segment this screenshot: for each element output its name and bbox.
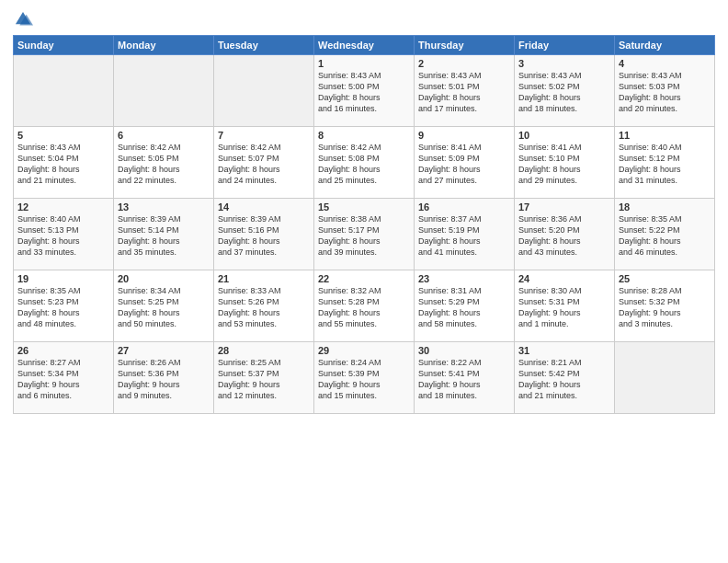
day-info: Sunrise: 8:32 AM Sunset: 5:28 PM Dayligh… (318, 285, 410, 330)
day-number: 12 (17, 201, 109, 213)
day-number: 18 (619, 201, 711, 213)
day-number: 10 (518, 130, 610, 141)
day-number: 3 (518, 58, 610, 69)
week-row-1: 1Sunrise: 8:43 AM Sunset: 5:00 PM Daylig… (14, 55, 715, 127)
day-info: Sunrise: 8:34 AM Sunset: 5:25 PM Dayligh… (118, 285, 210, 330)
calendar-cell: 12Sunrise: 8:40 AM Sunset: 5:13 PM Dayli… (14, 199, 114, 270)
calendar-cell: 15Sunrise: 8:38 AM Sunset: 5:17 PM Dayli… (314, 199, 415, 270)
day-number: 22 (318, 273, 410, 284)
calendar-cell: 1Sunrise: 8:43 AM Sunset: 5:00 PM Daylig… (314, 55, 415, 127)
logo-icon (13, 9, 33, 29)
day-info: Sunrise: 8:40 AM Sunset: 5:13 PM Dayligh… (17, 213, 109, 259)
day-number: 5 (17, 130, 109, 141)
day-number: 28 (218, 345, 310, 356)
calendar-cell: 25Sunrise: 8:28 AM Sunset: 5:32 PM Dayli… (615, 270, 715, 342)
week-row-3: 12Sunrise: 8:40 AM Sunset: 5:13 PM Dayli… (14, 199, 715, 270)
day-number: 25 (619, 273, 711, 284)
day-info: Sunrise: 8:25 AM Sunset: 5:37 PM Dayligh… (218, 357, 310, 402)
calendar-cell: 5Sunrise: 8:43 AM Sunset: 5:04 PM Daylig… (14, 127, 114, 199)
day-info: Sunrise: 8:36 AM Sunset: 5:20 PM Dayligh… (518, 213, 610, 259)
day-info: Sunrise: 8:26 AM Sunset: 5:36 PM Dayligh… (118, 357, 210, 402)
day-info: Sunrise: 8:22 AM Sunset: 5:41 PM Dayligh… (418, 357, 510, 402)
day-number: 7 (218, 130, 310, 141)
day-info: Sunrise: 8:21 AM Sunset: 5:42 PM Dayligh… (518, 357, 610, 402)
day-number: 29 (318, 345, 410, 356)
calendar-cell: 20Sunrise: 8:34 AM Sunset: 5:25 PM Dayli… (114, 270, 214, 342)
calendar-cell: 29Sunrise: 8:24 AM Sunset: 5:39 PM Dayli… (314, 342, 415, 414)
calendar-cell: 13Sunrise: 8:39 AM Sunset: 5:14 PM Dayli… (114, 199, 214, 270)
calendar-cell: 21Sunrise: 8:33 AM Sunset: 5:26 PM Dayli… (214, 270, 314, 342)
calendar-cell: 6Sunrise: 8:42 AM Sunset: 5:05 PM Daylig… (114, 127, 214, 199)
day-info: Sunrise: 8:41 AM Sunset: 5:09 PM Dayligh… (418, 142, 510, 187)
calendar-cell: 14Sunrise: 8:39 AM Sunset: 5:16 PM Dayli… (214, 199, 314, 270)
weekday-header-saturday: Saturday (615, 36, 715, 55)
week-row-4: 19Sunrise: 8:35 AM Sunset: 5:23 PM Dayli… (14, 270, 715, 342)
calendar-cell: 7Sunrise: 8:42 AM Sunset: 5:07 PM Daylig… (214, 127, 314, 199)
calendar-cell: 8Sunrise: 8:42 AM Sunset: 5:08 PM Daylig… (314, 127, 415, 199)
day-info: Sunrise: 8:43 AM Sunset: 5:01 PM Dayligh… (418, 70, 510, 115)
day-number: 24 (518, 273, 610, 284)
day-info: Sunrise: 8:24 AM Sunset: 5:39 PM Dayligh… (318, 357, 410, 402)
weekday-header-wednesday: Wednesday (314, 36, 415, 55)
calendar-cell: 23Sunrise: 8:31 AM Sunset: 5:29 PM Dayli… (415, 270, 515, 342)
day-number: 4 (619, 58, 711, 69)
calendar-cell: 10Sunrise: 8:41 AM Sunset: 5:10 PM Dayli… (515, 127, 615, 199)
logo (13, 9, 37, 29)
day-number: 26 (17, 345, 109, 356)
day-info: Sunrise: 8:42 AM Sunset: 5:08 PM Dayligh… (318, 142, 410, 187)
calendar-cell: 16Sunrise: 8:37 AM Sunset: 5:19 PM Dayli… (415, 199, 515, 270)
day-number: 30 (418, 345, 510, 356)
calendar-cell: 24Sunrise: 8:30 AM Sunset: 5:31 PM Dayli… (515, 270, 615, 342)
day-info: Sunrise: 8:35 AM Sunset: 5:23 PM Dayligh… (17, 285, 109, 330)
day-number: 21 (218, 273, 310, 284)
day-info: Sunrise: 8:42 AM Sunset: 5:07 PM Dayligh… (218, 142, 310, 187)
week-row-2: 5Sunrise: 8:43 AM Sunset: 5:04 PM Daylig… (14, 127, 715, 199)
day-number: 14 (218, 201, 310, 213)
day-number: 11 (619, 130, 711, 141)
weekday-header-monday: Monday (114, 36, 214, 55)
weekday-header-sunday: Sunday (14, 36, 114, 55)
day-info: Sunrise: 8:41 AM Sunset: 5:10 PM Dayligh… (518, 142, 610, 187)
day-number: 23 (418, 273, 510, 284)
day-info: Sunrise: 8:38 AM Sunset: 5:17 PM Dayligh… (318, 213, 410, 259)
day-number: 6 (118, 130, 210, 141)
week-row-5: 26Sunrise: 8:27 AM Sunset: 5:34 PM Dayli… (14, 342, 715, 414)
calendar-cell: 26Sunrise: 8:27 AM Sunset: 5:34 PM Dayli… (14, 342, 114, 414)
calendar-cell: 31Sunrise: 8:21 AM Sunset: 5:42 PM Dayli… (515, 342, 615, 414)
day-number: 17 (518, 201, 610, 213)
calendar-cell (615, 342, 715, 414)
weekday-header-tuesday: Tuesday (214, 36, 314, 55)
calendar-cell (114, 55, 214, 127)
calendar-cell: 3Sunrise: 8:43 AM Sunset: 5:02 PM Daylig… (515, 55, 615, 127)
calendar-container: SundayMondayTuesdayWednesdayThursdayFrid… (0, 0, 728, 563)
weekday-header-thursday: Thursday (415, 36, 515, 55)
day-number: 19 (17, 273, 109, 284)
day-info: Sunrise: 8:43 AM Sunset: 5:02 PM Dayligh… (518, 70, 610, 115)
day-number: 31 (518, 345, 610, 356)
calendar-cell (14, 55, 114, 127)
day-number: 1 (318, 58, 410, 69)
calendar-cell: 4Sunrise: 8:43 AM Sunset: 5:03 PM Daylig… (615, 55, 715, 127)
day-info: Sunrise: 8:37 AM Sunset: 5:19 PM Dayligh… (418, 213, 510, 259)
day-number: 27 (118, 345, 210, 356)
calendar-cell: 19Sunrise: 8:35 AM Sunset: 5:23 PM Dayli… (14, 270, 114, 342)
day-number: 20 (118, 273, 210, 284)
calendar-cell: 11Sunrise: 8:40 AM Sunset: 5:12 PM Dayli… (615, 127, 715, 199)
day-info: Sunrise: 8:33 AM Sunset: 5:26 PM Dayligh… (218, 285, 310, 330)
day-number: 2 (418, 58, 510, 69)
day-info: Sunrise: 8:43 AM Sunset: 5:04 PM Dayligh… (17, 142, 109, 187)
calendar-cell: 30Sunrise: 8:22 AM Sunset: 5:41 PM Dayli… (415, 342, 515, 414)
day-number: 16 (418, 201, 510, 213)
day-info: Sunrise: 8:42 AM Sunset: 5:05 PM Dayligh… (118, 142, 210, 187)
calendar-cell: 27Sunrise: 8:26 AM Sunset: 5:36 PM Dayli… (114, 342, 214, 414)
day-info: Sunrise: 8:43 AM Sunset: 5:00 PM Dayligh… (318, 70, 410, 115)
calendar-cell: 22Sunrise: 8:32 AM Sunset: 5:28 PM Dayli… (314, 270, 415, 342)
weekday-header-row: SundayMondayTuesdayWednesdayThursdayFrid… (14, 36, 715, 55)
day-info: Sunrise: 8:40 AM Sunset: 5:12 PM Dayligh… (619, 142, 711, 187)
calendar-cell (214, 55, 314, 127)
calendar-table: SundayMondayTuesdayWednesdayThursdayFrid… (13, 35, 715, 414)
day-info: Sunrise: 8:35 AM Sunset: 5:22 PM Dayligh… (619, 213, 711, 259)
day-info: Sunrise: 8:27 AM Sunset: 5:34 PM Dayligh… (17, 357, 109, 402)
day-number: 15 (318, 201, 410, 213)
day-info: Sunrise: 8:39 AM Sunset: 5:14 PM Dayligh… (118, 213, 210, 259)
